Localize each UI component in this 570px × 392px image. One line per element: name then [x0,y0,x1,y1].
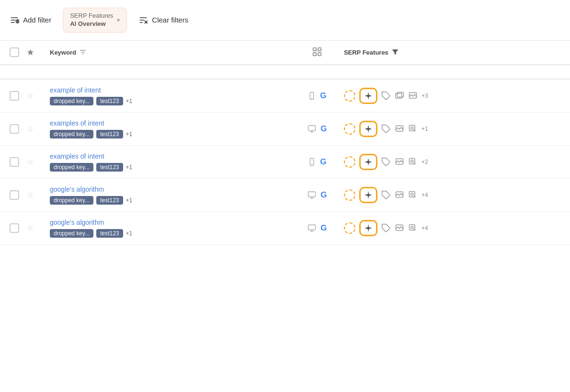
row-checkbox[interactable] [10,157,19,167]
ai-overview-icon [364,223,373,233]
ai-overview-highlight [359,220,377,236]
row-device-cell: G [298,211,336,244]
ai-overview-icon [364,124,373,134]
svg-point-37 [411,160,413,162]
select-all-checkbox[interactable] [10,47,19,57]
row-keyword-cell: examples of intent dropped key...test123… [42,112,298,145]
row-keyword-cell: examples of intent dropped key...test123… [42,145,298,178]
row-star[interactable]: ☆ [27,158,34,166]
keyword-link[interactable]: example of intent [50,86,101,94]
puzzle-icon [381,124,391,134]
clear-filters-label: Clear filters [152,16,188,24]
mobile-icon [308,92,316,100]
google-icon: G [320,157,326,167]
row-star[interactable]: ☆ [27,224,34,232]
svg-point-45 [411,193,413,196]
table-row: ☆ example of intent dropped key...test12… [0,79,570,113]
tag-plus-count: +1 [126,164,133,171]
serp-features-group: +1 [344,121,562,137]
row-serp-cell: +4 [336,211,570,244]
row-star-cell: ☆ [23,178,42,211]
desktop-icon [307,224,317,232]
svg-rect-22 [397,92,403,97]
add-filter-button[interactable]: Add filter [10,15,51,25]
keyword-tags: dropped key...test123 +1 [50,163,290,172]
row-keyword-cell: example of intent dropped key...test123 … [42,79,298,113]
device-icons-group: G [306,223,329,233]
filter-tag-value: AI Overview [70,20,113,28]
table-container: ★ Keyword [0,41,570,245]
google-icon: G [320,223,327,233]
dashed-circle-icon [344,189,355,201]
keyword-tag: test123 [96,163,123,172]
svg-rect-16 [313,53,316,56]
row-checkbox-cell [0,178,23,211]
device-icons-group: G [306,91,329,101]
keyword-tags: dropped key...test123 +1 [50,196,290,205]
active-filter-tag[interactable]: SERP Features AI Overview ▾ [63,8,127,33]
keyword-link[interactable]: examples of intent [50,152,104,160]
keyword-link[interactable]: google's algorithm [50,185,104,193]
chat-icon [395,124,404,134]
header-checkbox-col [0,41,23,65]
puzzle-icon [381,223,391,233]
keyword-col-label: Keyword [50,49,76,56]
chat-icon [395,157,404,167]
keyword-tags: dropped key...test123 +1 [50,130,290,138]
row-checkbox[interactable] [10,91,19,101]
sort-icon [79,48,87,56]
keyword-link[interactable]: examples of intent [50,119,104,127]
ai-overview-icon [364,190,373,200]
keyword-tag: test123 [96,196,123,205]
ai-overview-highlight [359,121,377,137]
row-star[interactable]: ☆ [27,191,34,199]
keyword-tag: test123 [96,97,123,105]
row-star-cell: ☆ [23,112,42,145]
row-device-cell: G [298,178,336,211]
svg-rect-17 [318,53,321,56]
ai-overview-icon [364,91,373,101]
ai-overview-highlight [359,154,377,170]
serp-features-group: +3 [344,88,562,104]
dashed-circle-icon [344,123,355,135]
row-checkbox-cell [0,112,23,145]
keyword-tag: test123 [96,229,123,238]
row-keyword-cell: google's algorithm dropped key...test123… [42,211,298,244]
svg-rect-14 [313,48,316,51]
keyword-tag: dropped key... [50,97,93,105]
header-star-col: ★ [23,41,42,65]
row-star-cell: ☆ [23,79,42,113]
chevron-down-icon: ▾ [117,17,120,23]
keyword-tag: test123 [96,130,123,138]
row-checkbox-cell [0,145,23,178]
table-row: ☆ google's algorithm dropped key...test1… [0,211,570,244]
row-checkbox[interactable] [10,223,19,233]
google-icon: G [320,190,327,200]
toolbar: Add filter SERP Features AI Overview ▾ C… [0,0,570,41]
keyword-link[interactable]: google's algorithm [50,219,104,226]
ai-overview-highlight [359,88,377,104]
mobile-icon [308,158,316,166]
row-star[interactable]: ☆ [27,125,34,133]
serp-extra-count: +4 [422,192,428,198]
serp-extra-count: +2 [422,159,428,165]
keyword-tag: dropped key... [50,196,93,205]
row-checkbox[interactable] [10,124,19,134]
search-magnifier-icon [408,157,418,167]
filter-funnel-icon [391,48,399,56]
clear-filters-button[interactable]: Clear filters [138,15,188,25]
row-checkbox-cell [0,79,23,113]
tag-plus-count: +1 [126,197,133,204]
google-icon: G [320,124,327,134]
row-star[interactable]: ☆ [27,92,34,100]
table-header-row: ★ Keyword [0,41,570,65]
ai-overview-icon [364,157,373,167]
svg-rect-15 [318,48,321,51]
header-device-col [298,41,336,65]
search-magnifier-icon [408,223,418,233]
serp-features-group: +2 [344,154,562,170]
row-checkbox[interactable] [10,190,19,200]
serp-features-group: +4 [344,187,562,203]
search-magnifier-icon [408,124,418,134]
header-keyword-col[interactable]: Keyword [42,41,298,65]
